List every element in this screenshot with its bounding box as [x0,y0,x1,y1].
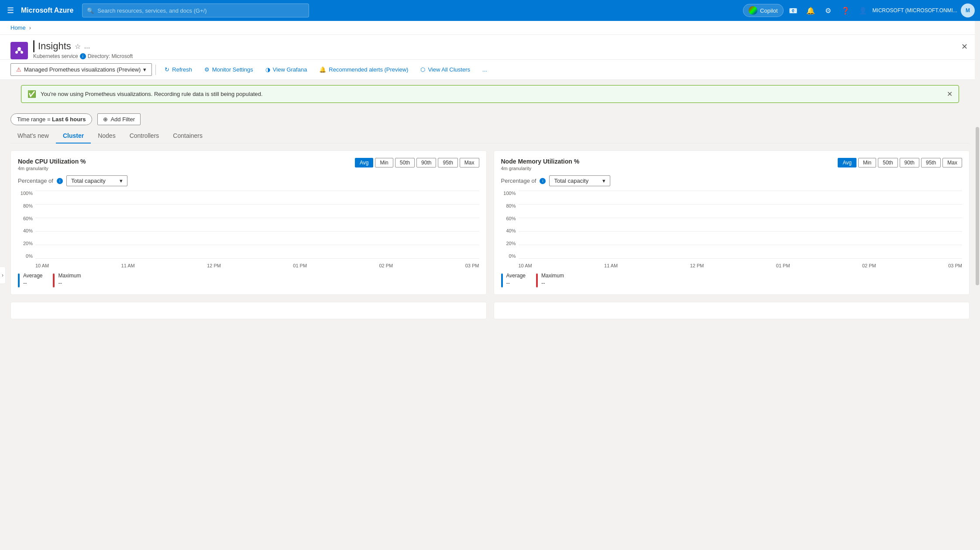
mem-avg-color [501,273,503,287]
cpu-legend: Average -- Maximum -- [18,273,479,287]
scrollbar[interactable] [975,21,980,548]
settings-icon[interactable]: ⚙ [820,3,836,18]
svg-line-4 [19,51,22,51]
user-label[interactable]: MICROSOFT (MICROSOFT.ONMI... [873,7,957,14]
grid-line [35,191,479,191]
tab-nodes[interactable]: Nodes [91,129,122,143]
notifications-icon[interactable]: 🔔 [803,3,818,18]
breadcrumb-separator: › [29,24,31,31]
mem-avg-info: Average -- [506,273,526,286]
search-input[interactable] [97,7,304,14]
managed-prometheus-button[interactable]: ⚠ Managed Prometheus visualizations (Pre… [10,63,152,76]
more-toolbar-button[interactable]: ... [477,64,492,75]
mem-btn-95th[interactable]: 95th [921,158,941,167]
memory-percentage-dropdown[interactable]: Total capacity ▾ [549,175,610,186]
time-range-button[interactable]: Time range = Last 6 hours [10,113,92,125]
memory-legend-average: Average -- [501,273,526,287]
nav-right: Copilot 📧 🔔 ⚙ ❓ 👤 MICROSOFT (MICROSOFT.O… [743,3,975,18]
view-all-clusters-label: View All Clusters [428,66,470,73]
people-icon[interactable]: 👤 [855,3,871,18]
cpu-percentage-row: Percentage of i Total capacity ▾ [18,175,479,186]
alerts-icon: 🔔 [319,66,326,73]
grid-line [35,245,479,245]
add-filter-icon: ⊕ [103,116,108,123]
grid-line [35,231,479,232]
cpu-btn-95th[interactable]: 95th [438,158,457,167]
memory-dropdown-value: Total capacity [554,178,588,184]
memory-x-axis: 10 AM 11 AM 12 PM 01 PM 02 PM 03 PM [519,259,963,269]
help-icon[interactable]: ❓ [838,3,853,18]
mem-btn-90th[interactable]: 90th [900,158,919,167]
mem-btn-avg[interactable]: Avg [838,158,856,167]
clusters-icon: ⬡ [420,66,425,73]
mem-btn-max[interactable]: Max [942,158,962,167]
grid-line [35,218,479,218]
info-icon: i [80,53,86,59]
tab-cluster[interactable]: Cluster [56,129,91,143]
mem-max-color [536,273,538,287]
bottom-chart-card-right [494,302,970,319]
more-options-icon[interactable]: ... [84,42,90,50]
mem-btn-min[interactable]: Min [858,158,876,167]
close-page-icon[interactable]: ✕ [959,40,970,53]
cpu-chart-inner [35,191,479,259]
monitor-settings-button[interactable]: ⚙ Monitor Settings [199,64,258,75]
tab-whats-new[interactable]: What's new [10,129,56,143]
sidebar-toggle[interactable]: › [0,266,6,284]
view-grafana-button[interactable]: ◑ View Grafana [260,64,313,75]
svg-point-2 [21,51,23,54]
grid-line [519,191,963,191]
page-header: Insights ☆ ... Kubernetes service i Dire… [0,35,980,60]
cpu-max-info: Maximum -- [58,273,81,286]
tab-controllers[interactable]: Controllers [123,129,166,143]
breadcrumb-home[interactable]: Home [10,24,26,31]
mem-btn-50th[interactable]: 50th [878,158,897,167]
cpu-btn-avg[interactable]: Avg [355,158,373,167]
grid-line [519,218,963,218]
memory-chart-card: Node Memory Utilization % 4m granularity… [494,150,970,295]
search-bar[interactable]: 🔍 [82,3,309,17]
grid-line [519,204,963,205]
grafana-icon: ◑ [265,66,270,73]
grid-line [519,245,963,245]
cpu-btn-50th[interactable]: 50th [395,158,415,167]
subtitle-service: Kubernetes service [33,53,78,59]
tab-bar: What's new Cluster Nodes Controllers Con… [10,129,970,143]
tab-containers[interactable]: Containers [166,129,210,143]
refresh-button[interactable]: ↻ Refresh [159,64,197,75]
title-divider [33,40,34,52]
recommended-alerts-label: Recommended alerts (Preview) [329,66,408,73]
mem-max-info: Maximum -- [541,273,564,286]
cpu-btn-max[interactable]: Max [460,158,479,167]
hamburger-menu-icon[interactable]: ☰ [5,4,16,17]
recommended-alerts-button[interactable]: 🔔 Recommended alerts (Preview) [314,64,413,75]
refresh-icon: ↻ [165,66,169,73]
memory-chart-area: 100% 80% 60% 40% 20% 0% [501,191,963,269]
cpu-chart-svg [35,191,479,258]
cpu-chart-area: 100% 80% 60% 40% 20% 0% [18,191,479,269]
feedback-icon[interactable]: 📧 [785,3,801,18]
managed-prometheus-label: Managed Prometheus visualizations (Previ… [24,66,141,73]
brand-name: Microsoft Azure [21,7,73,14]
alert-check-icon: ✅ [28,90,36,98]
alert-close-button[interactable]: ✕ [947,90,952,98]
page-title-actions: ☆ ... [75,42,90,51]
cpu-dropdown-chevron: ▾ [120,178,123,184]
scrollbar-thumb[interactable] [976,127,979,286]
cpu-chart-title: Node CPU Utilization % [18,158,86,165]
prometheus-dropdown-icon: ▾ [143,66,146,73]
cpu-btn-min[interactable]: Min [375,158,393,167]
toolbar-divider-1 [155,65,156,75]
add-filter-button[interactable]: ⊕ Add Filter [97,113,141,125]
subtitle-directory: Directory: Microsoft [88,53,133,59]
favorite-icon[interactable]: ☆ [75,42,81,51]
view-all-clusters-button[interactable]: ⬡ View All Clusters [415,64,475,75]
svg-line-3 [17,51,19,51]
copilot-button[interactable]: Copilot [743,4,783,17]
monitor-settings-icon: ⚙ [204,66,210,73]
search-icon: 🔍 [87,7,94,14]
cpu-btn-90th[interactable]: 90th [416,158,436,167]
cpu-percentage-dropdown[interactable]: Total capacity ▾ [66,175,127,186]
avatar[interactable]: M [961,3,975,17]
refresh-label: Refresh [172,66,192,73]
